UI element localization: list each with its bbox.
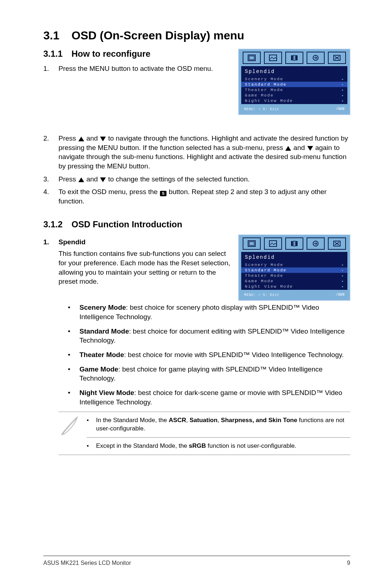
osd-footer: MENU: ⏎ S: Exit /SUS xyxy=(241,104,347,112)
mode-item: •Scenery Mode: best choice for scenery p… xyxy=(68,303,350,321)
item-title: Spendid xyxy=(58,238,86,246)
step-4: 4. To exit the OSD menu, press the S but… xyxy=(43,187,350,206)
step-number: 3. xyxy=(43,175,58,184)
osd-item: Game Mode▸ xyxy=(241,278,347,284)
osd-tab-input-icon xyxy=(307,237,325,250)
mode-item: •Theater Mode: best choice for movie wit… xyxy=(68,350,350,360)
osd-item: Scenery Mode▸ xyxy=(241,76,347,82)
mode-item: •Standard Mode: best choice for document… xyxy=(68,327,350,345)
osd-panel-title: Splendid xyxy=(241,68,347,76)
svg-rect-4 xyxy=(294,55,295,60)
osd-item: Game Mode▸ xyxy=(241,93,347,98)
osd-item: Scenery Mode▸ xyxy=(241,262,347,267)
subsection-heading: 3.1.1How to reconfigure xyxy=(43,49,231,59)
feather-icon xyxy=(58,412,80,438)
osd-screenshot: Splendid Scenery Mode▸ Standard Mode▸ Th… xyxy=(238,235,350,301)
mode-item: •Night View Mode: best choice for dark-s… xyxy=(68,388,350,407)
step-number: 1. xyxy=(43,64,58,73)
down-arrow-icon xyxy=(307,146,313,151)
up-arrow-icon xyxy=(285,146,291,151)
step-text: Press and to navigate through the functi… xyxy=(58,134,350,171)
step-number: 2. xyxy=(43,134,58,171)
down-arrow-icon xyxy=(100,137,106,141)
page-number: 9 xyxy=(347,560,350,566)
svg-rect-1 xyxy=(249,56,254,60)
osd-panel: Splendid Scenery Mode▸ Standard Mode▸ Th… xyxy=(241,66,347,104)
note-item: • In the Standard Mode, the ASCR, Satuat… xyxy=(87,412,350,437)
svg-rect-15 xyxy=(296,241,298,246)
subsection-title-text: OSD Function Introduction xyxy=(72,219,182,229)
footer-product: ASUS MK221 Series LCD Monitor xyxy=(43,560,131,566)
osd-panel-title: Splendid xyxy=(241,253,347,262)
s-button-icon: S xyxy=(160,191,166,196)
osd-footer-hint: MENU: ⏎ S: Exit xyxy=(244,107,280,111)
osd-tab-row xyxy=(241,237,347,252)
osd-screenshot: Splendid Scenery Mode▸ Standard Mode▸ Th… xyxy=(238,49,350,115)
up-arrow-icon xyxy=(78,177,84,182)
osd-tab-input-icon xyxy=(307,52,325,64)
osd-panel: Splendid Scenery Mode▸ Standard Mode▸ Th… xyxy=(241,252,347,290)
section-number: 3.1 xyxy=(43,29,72,42)
step-text: Press the MENU button to activate the OS… xyxy=(58,64,231,73)
osd-item: Night View Mode▸ xyxy=(241,98,347,103)
osd-tab-setup-icon xyxy=(328,237,346,250)
subsection-heading: 3.1.2OSD Function Introduction xyxy=(43,219,350,229)
step-2: 2. Press and to navigate through the fun… xyxy=(43,134,350,171)
osd-item: Theater Mode▸ xyxy=(241,273,347,278)
step-1: 1. Press the MENU button to activate the… xyxy=(43,64,231,73)
svg-rect-5 xyxy=(296,55,298,60)
mode-list: •Scenery Mode: best choice for scenery p… xyxy=(68,303,350,407)
page-footer: ASUS MK221 Series LCD Monitor 9 xyxy=(43,555,350,566)
osd-footer: MENU: ⏎ S: Exit /SUS xyxy=(241,290,347,298)
svg-rect-14 xyxy=(294,241,295,246)
osd-item-selected: Standard Mode▸ xyxy=(241,82,347,87)
subsection-number: 3.1.2 xyxy=(43,219,72,229)
osd-tab-splendid-icon xyxy=(243,237,261,250)
osd-item-selected: Standard Mode▸ xyxy=(241,267,347,273)
svg-rect-13 xyxy=(291,241,293,246)
step-text: To exit the OSD menu, press the S button… xyxy=(58,187,350,206)
section-title-text: OSD (On-Screen Display) menu xyxy=(72,29,244,42)
splendid-heading: 1.Spendid xyxy=(43,238,231,246)
note-block: • In the Standard Mode, the ASCR, Satuat… xyxy=(58,412,350,455)
manual-page: 3.1OSD (On-Screen Display) menu 3.1.1How… xyxy=(0,0,390,588)
osd-tab-row xyxy=(241,52,347,66)
step-number: 4. xyxy=(43,187,58,206)
step-3: 3. Press and to change the settings of t… xyxy=(43,175,350,184)
splendid-description: This function contains five sub-function… xyxy=(58,249,231,286)
subsection-title-text: How to reconfigure xyxy=(72,49,151,59)
osd-brand: /SUS xyxy=(336,107,344,111)
svg-rect-11 xyxy=(249,242,254,245)
mode-item: •Game Mode: best choice for game playing… xyxy=(68,365,350,383)
section-heading: 3.1OSD (On-Screen Display) menu xyxy=(43,29,350,42)
osd-tab-splendid-icon xyxy=(243,52,261,64)
osd-brand: /SUS xyxy=(336,293,344,297)
osd-tab-color-icon xyxy=(285,237,303,250)
item-number: 1. xyxy=(43,238,58,246)
subsection-number: 3.1.1 xyxy=(43,49,72,59)
up-arrow-icon xyxy=(78,137,84,141)
down-arrow-icon xyxy=(100,177,106,182)
osd-item: Night View Mode▸ xyxy=(241,284,347,289)
step-text: Press and to change the settings of the … xyxy=(58,175,350,184)
osd-tab-color-icon xyxy=(285,52,303,64)
osd-footer-hint: MENU: ⏎ S: Exit xyxy=(244,293,280,297)
svg-rect-3 xyxy=(291,55,293,60)
note-item: • Except in the Standard Mode, the sRGB … xyxy=(87,437,350,455)
osd-tab-image-icon xyxy=(264,237,282,250)
osd-item: Theater Mode▸ xyxy=(241,87,347,93)
osd-tab-setup-icon xyxy=(328,52,346,64)
osd-tab-image-icon xyxy=(264,52,282,64)
